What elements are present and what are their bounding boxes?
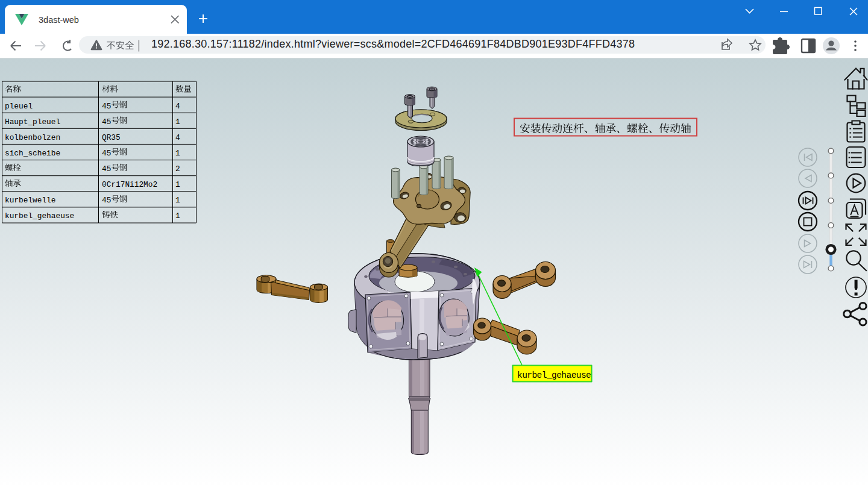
svg-text:45: 45 [102, 149, 111, 158]
svg-text:45: 45 [102, 196, 111, 205]
svg-text:pleuel: pleuel [5, 102, 33, 111]
svg-text:1: 1 [175, 149, 180, 158]
svg-text:QR35: QR35 [102, 133, 121, 142]
svg-text:Haupt_pleuel: Haupt_pleuel [5, 117, 60, 127]
svg-text:1: 1 [175, 196, 180, 205]
svg-text:kurbel_gehaeuse: kurbel_gehaeuse [517, 371, 591, 380]
svg-text:kolbenbolzen: kolbenbolzen [5, 133, 60, 142]
svg-text:kurbelwelle: kurbelwelle [5, 196, 55, 205]
svg-text:kurbel_gehaeuse: kurbel_gehaeuse [5, 211, 74, 221]
svg-text:sich_scheibe: sich_scheibe [5, 149, 60, 158]
svg-text:1: 1 [175, 180, 180, 189]
svg-text:45: 45 [102, 117, 111, 127]
svg-text:1: 1 [175, 211, 180, 221]
svg-text:45: 45 [102, 164, 111, 174]
svg-text:4: 4 [175, 133, 180, 142]
svg-text:45: 45 [102, 102, 111, 111]
svg-text:0Cr17Ni12Mo2: 0Cr17Ni12Mo2 [102, 180, 157, 189]
svg-text:2: 2 [175, 164, 180, 174]
svg-text:4: 4 [175, 102, 180, 111]
svg-text:1: 1 [175, 117, 180, 127]
